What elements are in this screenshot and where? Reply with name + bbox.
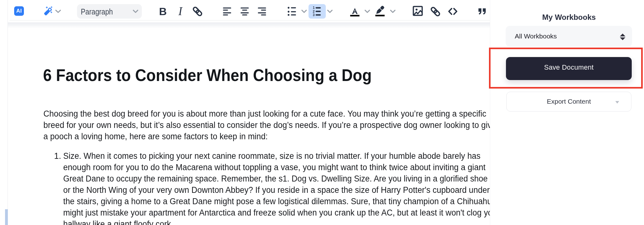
svg-text:3: 3 — [313, 13, 315, 17]
svg-text:1: 1 — [313, 6, 315, 9]
svg-text:2: 2 — [313, 9, 315, 13]
